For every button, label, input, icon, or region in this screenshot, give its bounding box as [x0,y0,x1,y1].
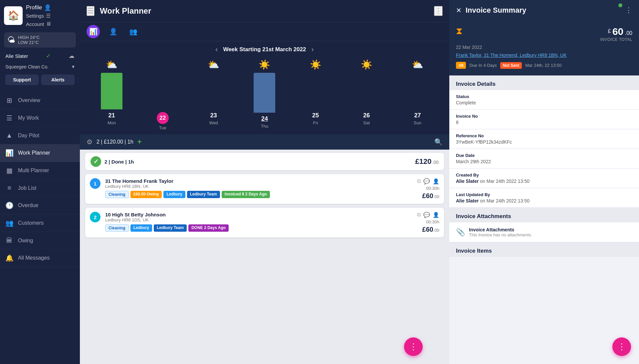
logo-row: 🏠 Profile 👤 Settings ☰ Account 🖥 [4,4,76,30]
profile-settings: Profile 👤 Settings ☰ Account 🖥 [26,4,51,27]
job-address-name-1: Frank Taylor [144,178,173,184]
invoice-date: 22 Mar 2022 [456,45,632,50]
user-circle-icon-1[interactable]: 👤 [433,178,439,184]
nav-menu: ⊞ Overview ☰ My Work ▲ Day Pilot 📊 Work … [0,92,80,364]
invoice-more-button[interactable]: ⋮ [625,6,632,15]
copy-icon-1[interactable]: ⧉ [417,178,421,184]
job-address-bold-2: 10 High St [105,212,129,217]
job-info-1: 31 The Homend Frank Taylor Ledbury HR8 1… [105,178,412,198]
settings-label: Settings [26,13,44,19]
done-check-icon: ✓ [91,156,101,167]
user-circle-icon-2[interactable]: 👤 [433,212,439,218]
main-fab-button[interactable]: ⋮ [404,337,423,356]
invoice-close-button[interactable]: ✕ [456,6,462,14]
day-23-name: Wed [209,120,218,125]
job-address-name-2: Betty Johnson [131,212,166,217]
day-26-weather: ☀️ [361,59,372,70]
tab-person[interactable]: 👤 [106,25,120,38]
message-icon-1[interactable]: 💬 [423,178,430,184]
sidebar-item-overdue[interactable]: 🕐 Overdue [0,197,80,214]
done-badge-row: ✓ 2 | Done | 1h £120 .00 [80,150,449,170]
invoice-header: ✕ Invoice Summary ⋮ [449,0,639,21]
weather-icon: 🌤 [7,35,15,45]
sidebar-item-job-list[interactable]: ≡ Job List [0,180,80,197]
done-summary-card: ✓ 2 | Done | 1h £120 .00 [85,153,444,170]
day-col-24[interactable]: ☀️ 24 Thu [239,59,290,130]
settings-button[interactable]: Settings ☰ [26,13,51,19]
day-25-bar [304,73,327,109]
sidebar-item-label-customers: Customers [18,220,44,226]
job-address-bold-1: 31 The Homend [105,178,142,184]
sidebar-item-customers[interactable]: 👥 Customers [0,214,80,232]
calendar-section: ‹ Week Starting 21st March 2022 › ⛅ 21 M… [80,41,449,134]
search-button[interactable]: 🔍 [434,138,443,146]
day-27-num: 27 [414,112,421,119]
owing-icon: 🏛 [5,237,13,244]
online-status-dot [618,3,622,7]
planner-header: ☰ Work Planner ⋮ [80,0,449,22]
jobs-body: 1 31 The Homend Frank Taylor Ledbury HR8… [80,170,449,241]
job-card-2[interactable]: 2 10 High St Betty Johnson Ledbury HR8 1… [85,208,444,237]
multi-planner-icon: ▦ [5,167,13,175]
calendar-prev-button[interactable]: ‹ [215,45,218,54]
hamburger-menu-button[interactable]: ☰ [87,6,95,16]
invoice-total-amount-row: £ 60 .00 [600,26,632,37]
sidebar-item-overview[interactable]: ⊞ Overview [0,92,80,109]
copy-icon-2[interactable]: ⧉ [417,212,421,218]
job-price-row-1: £60 .00 [422,192,439,200]
sidebar-item-all-messages[interactable]: 🔔 All Messages [0,249,80,267]
tag-ledbury-team-1: Ledbury Team [187,191,220,198]
done-price: £120 .00 [415,157,439,166]
invoice-field-label-reference: Reference No [456,133,632,138]
tab-bar-chart[interactable]: 📊 [87,25,100,38]
attach-icon: 📎 [456,228,465,237]
day-col-22[interactable]: ⛅ 22 Tue [137,59,188,130]
alerts-button[interactable]: Alerts [41,74,75,85]
day-col-26[interactable]: ☀️ 26 Sat [341,59,392,130]
hourglass-icon: ⧗ [456,26,463,37]
customers-icon: 👥 [5,219,13,227]
job-list-section: ⚙ 2 | £120.00 | 1h + 🔍 ✓ 2 | Done | 1h £… [80,134,449,364]
profile-button[interactable]: Profile 👤 [26,4,51,11]
day-26-num: 26 [363,112,370,119]
invoice-fab-button[interactable]: ⋮ [612,337,631,356]
day-27-bar [406,73,429,109]
sidebar-item-owing[interactable]: 🏛 Owing [0,232,80,249]
my-work-icon: ☰ [5,114,13,122]
invoice-top-row: ⧗ £ 60 .00 INVOICE TOTAL [456,26,632,42]
sidebar-item-multi-planner[interactable]: ▦ Multi Planner [0,162,80,180]
sidebar-item-day-pilot[interactable]: ▲ Day Pilot [0,127,80,144]
day-col-27[interactable]: ⛅ 27 Sun [392,59,443,130]
invoice-title: Invoice Summary [466,6,621,15]
toolbar-right: 🔍 [434,138,443,146]
filter-button[interactable]: ⚙ [87,138,93,146]
day-col-25[interactable]: ☀️ 25 Fri [291,59,341,130]
day-25-num: 25 [312,112,319,119]
sidebar-item-my-work[interactable]: ☰ My Work [0,109,80,127]
planner-more-button[interactable]: ⋮ [434,6,443,16]
support-button[interactable]: Support [5,74,39,85]
tab-group[interactable]: 👥 [126,25,140,38]
calendar-next-button[interactable]: › [312,45,314,54]
chevron-down-icon[interactable]: ▾ [72,63,75,70]
add-job-button[interactable]: + [137,138,142,146]
sidebar-item-label-work-planner: Work Planner [18,150,50,156]
day-23-bar [202,73,225,109]
check-icon: ✓ [46,52,51,60]
invoice-customer-link[interactable]: Frank Taylor, 31 The Homend, Ledbury HR8… [456,53,632,58]
day-24-num: 24 [261,115,268,122]
job-card-1[interactable]: 1 31 The Homend Frank Taylor Ledbury HR8… [85,174,444,204]
job-price-cents-1: .00 [433,194,439,199]
day-24-bar-blue [254,73,275,113]
account-button[interactable]: Account 🖥 [26,21,51,27]
monitor-icon: 🖥 [46,21,51,27]
job-info-2: 10 High St Betty Johnson Ledbury HR8 1DS… [105,212,412,232]
invoice-field-value-number: 8 [456,120,632,125]
message-icon-2[interactable]: 💬 [423,212,430,218]
day-col-21[interactable]: ⛅ 21 Mon [87,59,137,130]
invoice-total-amount: 60 [612,26,623,37]
sidebar-item-label-day-pilot: Day Pilot [18,133,39,139]
day-23-weather: ⛅ [208,59,219,70]
sidebar-item-work-planner[interactable]: 📊 Work Planner [0,144,80,162]
day-col-23[interactable]: ⛅ 23 Wed [188,59,239,130]
